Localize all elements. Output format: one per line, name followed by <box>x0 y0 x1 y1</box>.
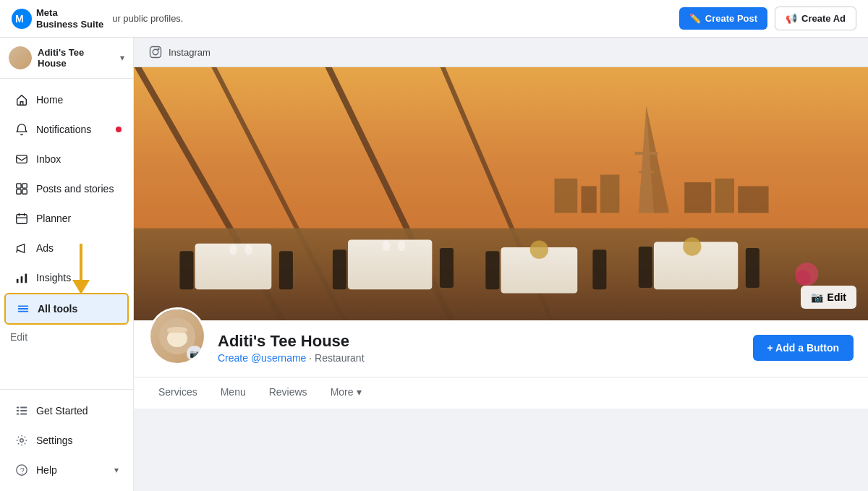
sidebar-item-help[interactable]: ? Help ▾ <box>4 456 129 484</box>
top-bar: M Meta Business Suite ur public profiles… <box>0 0 868 38</box>
tab-reviews[interactable]: Reviews <box>259 377 318 409</box>
sidebar-item-planner[interactable]: Planner <box>4 204 129 233</box>
sidebar-item-all-tools-label: All tools <box>38 303 77 315</box>
edit-icon: ✏️ <box>689 13 701 24</box>
svg-rect-18 <box>20 410 27 411</box>
sidebar-item-insights[interactable]: Insights <box>4 263 129 292</box>
svg-rect-33 <box>582 186 597 213</box>
sidebar-item-get-started-label: Get Started <box>36 405 88 417</box>
sidebar-item-posts-label: Posts and stories <box>36 183 114 195</box>
sidebar-item-inbox[interactable]: Inbox <box>4 145 129 174</box>
help-icon: ? <box>14 463 29 477</box>
profile-sub: Create @username · Restaurant <box>218 352 741 364</box>
chevron-down-icon[interactable]: ▾ <box>120 53 124 63</box>
cover-photo-container: 📷 Edit <box>134 67 868 320</box>
top-bar-left: M Meta Business Suite ur public profiles… <box>12 7 183 30</box>
svg-point-58 <box>398 240 406 251</box>
svg-rect-11 <box>18 306 28 307</box>
svg-rect-17 <box>20 407 27 409</box>
cover-edit-button[interactable]: 📷 Edit <box>801 286 856 309</box>
all-tools-icon <box>16 302 30 316</box>
svg-rect-31 <box>640 186 652 188</box>
sidebar-item-ads[interactable]: Ads <box>4 234 129 262</box>
insights-icon <box>14 270 29 285</box>
chevron-down-icon: ▾ <box>357 386 362 398</box>
svg-rect-53 <box>639 247 652 288</box>
sidebar-bottom: Get Started Settings ? Help ▾ <box>0 389 133 491</box>
instagram-icon <box>148 45 163 59</box>
instagram-bar: Instagram <box>134 38 868 67</box>
camera-icon: 📷 <box>811 291 823 303</box>
svg-rect-32 <box>555 179 578 213</box>
svg-rect-14 <box>17 407 20 409</box>
svg-point-20 <box>20 439 24 443</box>
sidebar-nav: Home Notifications Inbox <box>0 79 133 389</box>
sidebar-item-posts-stories[interactable]: Posts and stories <box>4 174 129 203</box>
svg-rect-10 <box>25 274 27 283</box>
profile-info: 📷 Aditi's Tee House Create @username · R… <box>134 320 868 377</box>
svg-text:?: ? <box>20 466 25 475</box>
tab-more[interactable]: More ▾ <box>320 377 372 409</box>
create-username-link[interactable]: Create @username <box>218 352 306 364</box>
inbox-icon <box>14 152 29 166</box>
add-button-cta[interactable]: + Add a Button <box>753 335 854 361</box>
svg-rect-8 <box>17 279 19 283</box>
svg-rect-9 <box>21 276 23 283</box>
svg-rect-15 <box>17 410 20 411</box>
tab-menu[interactable]: Menu <box>210 377 256 409</box>
svg-rect-29 <box>635 152 658 155</box>
sidebar-account[interactable]: Aditi's Tee House ▾ <box>0 38 133 79</box>
svg-point-24 <box>153 49 158 55</box>
svg-rect-47 <box>179 251 193 289</box>
instagram-label: Instagram <box>169 47 210 58</box>
sidebar-account-name: Aditi's Tee House <box>38 47 114 69</box>
sidebar-item-home-label: Home <box>36 94 63 106</box>
svg-rect-44 <box>348 239 432 289</box>
sidebar-item-notifications-label: Notifications <box>36 124 91 135</box>
main-layout: Aditi's Tee House ▾ Home Notifications <box>0 38 868 491</box>
sidebar-item-inbox-label: Inbox <box>36 153 61 165</box>
svg-rect-35 <box>684 182 711 213</box>
profile-tabs: Services Menu Reviews More ▾ <box>134 377 868 409</box>
tab-services[interactable]: Services <box>148 377 208 409</box>
svg-point-66 <box>167 327 187 333</box>
svg-rect-19 <box>20 414 27 415</box>
camera-small-icon: 📷 <box>190 349 200 359</box>
svg-rect-6 <box>22 189 27 194</box>
sidebar-item-home[interactable]: Home <box>4 85 129 114</box>
svg-point-57 <box>383 240 391 251</box>
top-bar-notice: ur public profiles. <box>112 13 183 24</box>
svg-rect-37 <box>738 186 768 213</box>
sidebar: Aditi's Tee House ▾ Home Notifications <box>0 38 134 491</box>
svg-rect-5 <box>17 189 21 194</box>
get-started-icon <box>14 404 29 418</box>
svg-point-55 <box>229 244 237 255</box>
svg-rect-13 <box>18 311 28 312</box>
cover-scene <box>134 67 868 320</box>
sidebar-item-get-started[interactable]: Get Started <box>4 396 129 425</box>
svg-rect-4 <box>22 184 27 188</box>
svg-point-59 <box>530 240 548 258</box>
svg-rect-2 <box>17 155 27 163</box>
svg-rect-52 <box>592 249 606 289</box>
svg-rect-49 <box>333 249 346 289</box>
content-area: Instagram <box>134 38 868 491</box>
profile-name: Aditi's Tee House <box>218 332 741 351</box>
create-ad-button[interactable]: 📢 Create Ad <box>775 7 856 30</box>
sidebar-item-settings[interactable]: Settings <box>4 426 129 455</box>
meta-logo: M Meta Business Suite <box>12 7 103 30</box>
sidebar-item-notifications[interactable]: Notifications <box>4 115 129 144</box>
help-chevron-icon[interactable]: ▾ <box>114 465 119 475</box>
profile-photo-edit-button[interactable]: 📷 <box>187 346 203 362</box>
ads-icon <box>14 241 29 255</box>
meta-logo-text: Meta Business Suite <box>36 7 103 30</box>
create-post-button[interactable]: ✏️ Create Post <box>679 7 767 30</box>
sidebar-edit[interactable]: Edit <box>0 325 133 349</box>
sidebar-item-all-tools[interactable]: All tools <box>4 293 129 325</box>
sidebar-item-planner-label: Planner <box>36 213 71 224</box>
profile-actions: + Add a Button <box>753 329 854 361</box>
svg-point-56 <box>244 244 252 255</box>
sidebar-avatar <box>9 46 32 69</box>
svg-rect-51 <box>485 251 499 289</box>
svg-rect-16 <box>17 414 20 415</box>
